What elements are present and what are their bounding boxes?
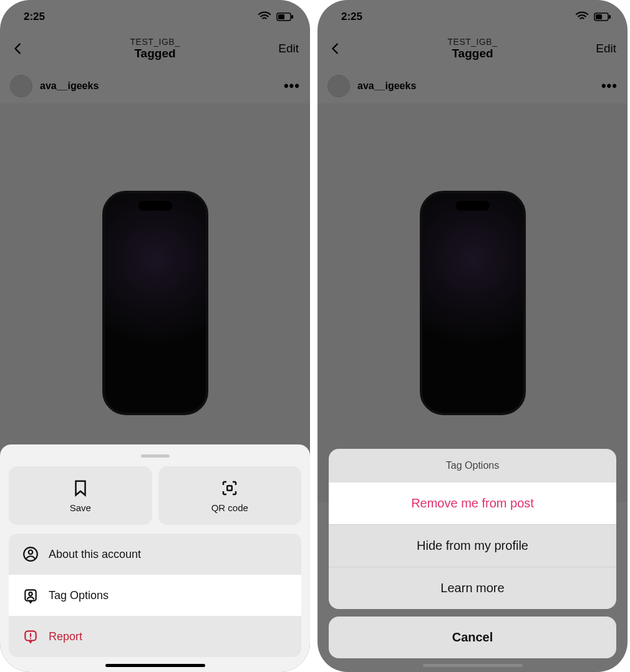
svg-point-5: [29, 550, 33, 555]
about-account-label: About this account: [49, 548, 141, 561]
action-list: About this account Tag Options Report: [9, 534, 301, 657]
tag-options-alert: Tag Options Remove me from post Hide fro…: [329, 449, 616, 658]
learn-more-button[interactable]: Learn more: [329, 567, 616, 609]
svg-rect-3: [228, 486, 233, 491]
action-sheet: Save QR code About this account Tag Opti…: [0, 444, 310, 672]
alert-stack: Tag Options Remove me from post Hide fro…: [329, 449, 616, 609]
save-button[interactable]: Save: [9, 466, 152, 525]
save-label: Save: [70, 502, 91, 513]
qr-code-button[interactable]: QR code: [158, 466, 302, 525]
report-label: Report: [49, 630, 82, 643]
bookmark-icon: [71, 479, 90, 497]
home-indicator[interactable]: [105, 664, 205, 667]
report-icon: [22, 628, 39, 645]
qr-icon: [220, 479, 239, 497]
cancel-button[interactable]: Cancel: [329, 617, 616, 658]
hide-from-profile-button[interactable]: Hide from my profile: [329, 524, 616, 567]
qr-label: QR code: [211, 502, 248, 513]
sheet-grabber-icon[interactable]: [141, 454, 170, 458]
screenshot-left: 2:25 TEST_IGB_ Tagged Edit ava__igeeks •…: [0, 0, 310, 672]
remove-me-button[interactable]: Remove me from post: [329, 482, 616, 524]
about-account-row[interactable]: About this account: [9, 534, 301, 575]
home-indicator[interactable]: [423, 664, 523, 667]
svg-point-7: [29, 592, 32, 595]
tag-person-icon: [22, 587, 39, 603]
tag-options-row[interactable]: Tag Options: [9, 575, 301, 616]
person-circle-icon: [22, 546, 39, 562]
screenshot-right: 2:25 TEST_IGB_ Tagged Edit ava__igeeks •…: [317, 0, 628, 672]
report-row[interactable]: Report: [9, 616, 301, 657]
alert-title: Tag Options: [329, 449, 616, 482]
tag-options-label: Tag Options: [49, 589, 109, 602]
